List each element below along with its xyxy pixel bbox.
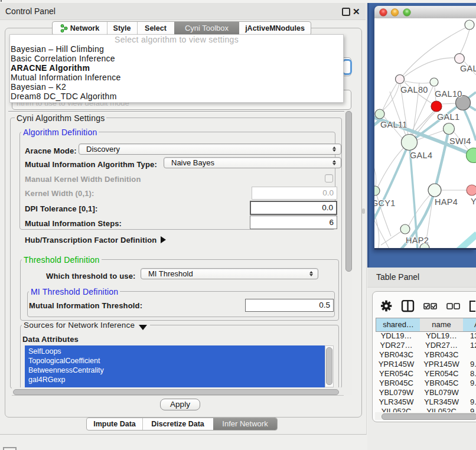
svg-text:GAL80: GAL80 [400, 85, 428, 94]
svg-text:GAL4: GAL4 [410, 151, 432, 160]
svg-text:SWI4: SWI4 [449, 136, 471, 146]
svg-text:GAL10: GAL10 [435, 89, 462, 99]
svg-text:GAL: GAL [460, 64, 476, 73]
svg-text:Y: Y [471, 197, 476, 206]
svg-text:HAP4: HAP4 [435, 197, 458, 207]
svg-text:HAP2: HAP2 [406, 236, 429, 245]
svg-text:GCY1: GCY1 [374, 198, 396, 208]
svg-text:GAL1: GAL1 [437, 112, 459, 122]
svg-text:GAL11: GAL11 [380, 120, 407, 129]
